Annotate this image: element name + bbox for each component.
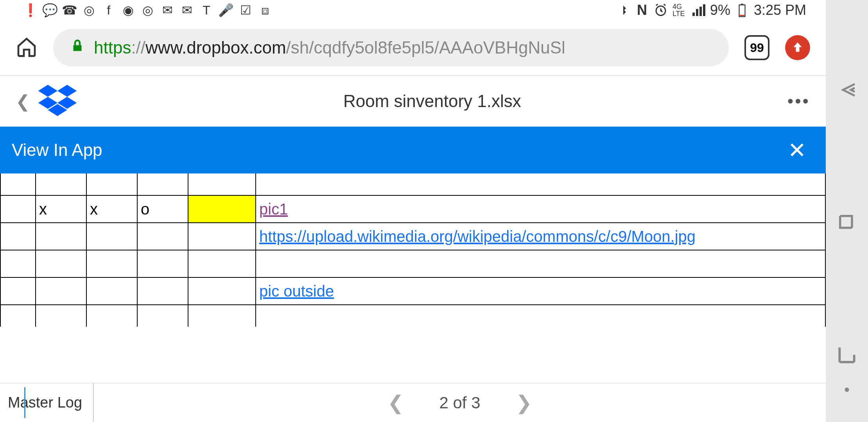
svg-rect-3 bbox=[740, 15, 744, 16]
cell[interactable] bbox=[86, 250, 137, 277]
checkbox-icon: ☑ bbox=[239, 3, 253, 17]
view-in-app-banner[interactable]: View In App ✕ bbox=[0, 127, 826, 173]
cell[interactable] bbox=[188, 223, 256, 250]
edge-dot-icon[interactable]: • bbox=[844, 381, 850, 399]
cell[interactable] bbox=[188, 195, 256, 223]
back-chevron-icon[interactable]: ❮ bbox=[16, 91, 30, 111]
edge-window-icon[interactable] bbox=[837, 213, 857, 234]
sheet-bottom-bar: Master Log ❮ 2 of 3 ❯ bbox=[0, 383, 826, 422]
cell[interactable] bbox=[36, 173, 86, 195]
cell-link[interactable]: pic outside bbox=[259, 283, 334, 300]
cell[interactable] bbox=[86, 223, 137, 250]
pager-label: 2 of 3 bbox=[439, 393, 480, 412]
cell[interactable] bbox=[137, 277, 188, 305]
network-label: 4G LTE bbox=[673, 3, 687, 17]
table-row: xxopic1 bbox=[0, 195, 825, 223]
dropbox-header: ❮ Room sinventory 1.xlsx ••• bbox=[0, 76, 826, 127]
more-icon[interactable]: ••• bbox=[787, 91, 810, 111]
cell[interactable] bbox=[36, 305, 86, 327]
cell[interactable] bbox=[86, 173, 137, 195]
tab-count-button[interactable]: 99 bbox=[744, 35, 769, 60]
home-icon[interactable] bbox=[16, 36, 38, 59]
battery-icon bbox=[735, 3, 749, 17]
table-row: pic outside bbox=[0, 277, 825, 305]
viber-icon: ☎ bbox=[63, 3, 77, 17]
cell[interactable]: x bbox=[36, 195, 86, 223]
cell[interactable] bbox=[0, 250, 36, 277]
dropbox-logo-icon[interactable] bbox=[38, 85, 77, 118]
cell[interactable] bbox=[86, 277, 137, 305]
url-text: https://www.dropbox.com/sh/cqdfy5ol8fe5p… bbox=[94, 38, 565, 57]
cell[interactable]: x bbox=[86, 195, 137, 223]
spreadsheet-table: xxopic1https://upload.wikimedia.org/wiki… bbox=[0, 173, 826, 327]
sheet-tab-label: Master Log bbox=[8, 394, 82, 411]
url-sep: :// bbox=[131, 38, 145, 57]
prev-sheet-icon[interactable]: ❮ bbox=[387, 392, 404, 414]
cell[interactable] bbox=[137, 250, 188, 277]
next-sheet-icon[interactable]: ❯ bbox=[516, 392, 532, 414]
cell[interactable] bbox=[0, 305, 36, 327]
sheet-tab[interactable]: Master Log bbox=[0, 383, 94, 422]
cell-link[interactable]: https://upload.wikimedia.org/wikipedia/c… bbox=[259, 228, 696, 245]
messenger-icon: ◉ bbox=[121, 3, 135, 17]
browser-toolbar: https://www.dropbox.com/sh/cqdfy5ol8fe5p… bbox=[0, 20, 826, 75]
cell[interactable] bbox=[86, 305, 137, 327]
dropbox-notif-icon: ⧈ bbox=[258, 3, 272, 17]
cell[interactable] bbox=[36, 250, 86, 277]
cell-link[interactable]: pic1 bbox=[259, 200, 288, 218]
url-path: /sh/cqdfy5ol8fe5pl5/AAAoVBHgNuSl bbox=[286, 38, 565, 57]
gmail-icon: ✉ bbox=[160, 3, 174, 17]
cell[interactable] bbox=[188, 250, 256, 277]
download-button[interactable] bbox=[785, 35, 810, 60]
banner-text: View In App bbox=[12, 140, 102, 160]
cell[interactable]: pic outside bbox=[256, 277, 825, 305]
nfc-icon: N bbox=[635, 3, 649, 17]
cell[interactable] bbox=[137, 305, 188, 327]
priority-icon: ❗ bbox=[23, 3, 38, 17]
cell[interactable] bbox=[0, 173, 36, 195]
signal-icon bbox=[691, 3, 705, 17]
cell[interactable] bbox=[0, 223, 36, 250]
svg-rect-2 bbox=[741, 4, 743, 5]
svg-rect-4 bbox=[74, 45, 82, 51]
cell[interactable]: pic1 bbox=[256, 195, 825, 223]
cell[interactable] bbox=[0, 195, 36, 223]
cell[interactable] bbox=[36, 223, 86, 250]
cell[interactable] bbox=[36, 277, 86, 305]
spreadsheet-viewport[interactable]: xxopic1https://upload.wikimedia.org/wiki… bbox=[0, 173, 826, 383]
cell[interactable]: https://upload.wikimedia.org/wikipedia/c… bbox=[256, 223, 825, 250]
tab-count-value: 99 bbox=[750, 41, 764, 55]
table-row bbox=[0, 173, 825, 195]
table-row bbox=[0, 305, 825, 327]
data-icon: 4G LTE bbox=[673, 3, 687, 17]
bluetooth-icon bbox=[616, 3, 630, 17]
instagram-icon: ◎ bbox=[82, 3, 96, 17]
mic-icon: 🎤 bbox=[219, 3, 233, 17]
edge-back-icon[interactable] bbox=[835, 78, 859, 103]
battery-percent: 9% bbox=[710, 2, 730, 18]
table-row: https://upload.wikimedia.org/wikipedia/c… bbox=[0, 223, 825, 250]
cell[interactable]: o bbox=[137, 195, 188, 223]
t-icon: T bbox=[199, 3, 213, 17]
sheet-pager: ❮ 2 of 3 ❯ bbox=[94, 392, 826, 414]
cell[interactable] bbox=[256, 250, 825, 277]
cell[interactable] bbox=[188, 173, 256, 195]
table-row bbox=[0, 250, 825, 277]
gmail-icon-2: ✉ bbox=[180, 3, 194, 17]
edge-exit-icon[interactable] bbox=[836, 344, 858, 367]
cell[interactable] bbox=[188, 277, 256, 305]
cell[interactable] bbox=[137, 223, 188, 250]
cell[interactable] bbox=[137, 173, 188, 195]
cell[interactable] bbox=[0, 277, 36, 305]
edge-panel[interactable]: • bbox=[826, 0, 868, 422]
facebook-icon: f bbox=[102, 3, 116, 17]
cell[interactable] bbox=[256, 305, 825, 327]
text-caret bbox=[24, 387, 25, 418]
alarm-icon bbox=[654, 3, 668, 17]
cell[interactable] bbox=[188, 305, 256, 327]
url-bar[interactable]: https://www.dropbox.com/sh/cqdfy5ol8fe5p… bbox=[53, 29, 729, 66]
close-icon[interactable]: ✕ bbox=[788, 138, 806, 163]
cell[interactable] bbox=[256, 173, 825, 195]
instagram-icon-2: ◎ bbox=[141, 3, 155, 17]
url-host: www.dropbox.com bbox=[145, 38, 286, 57]
